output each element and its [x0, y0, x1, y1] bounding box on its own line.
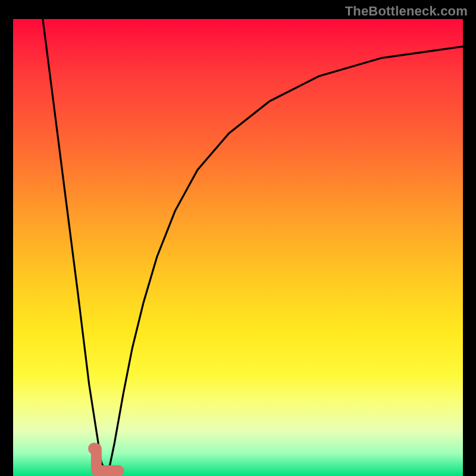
bottom-notch: [96, 449, 119, 471]
chart-plot-area: [13, 19, 463, 476]
highlight-dot: [88, 443, 100, 455]
watermark-text: TheBottleneck.com: [345, 4, 468, 19]
chart-svg: [13, 19, 463, 476]
curve-left-branch: [43, 19, 108, 476]
curve-right-branch: [108, 46, 463, 476]
